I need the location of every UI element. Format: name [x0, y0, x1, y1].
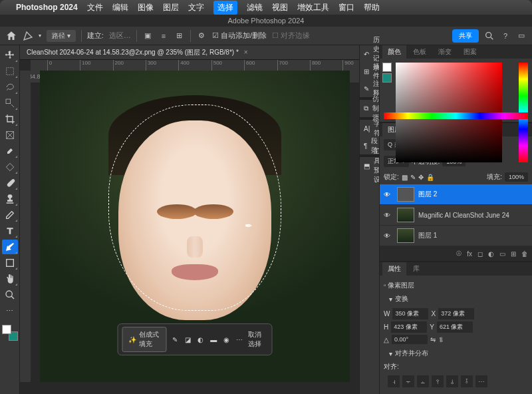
align-middle-icon[interactable]: ⫰ [446, 375, 458, 387]
healing-tool[interactable] [2, 160, 18, 174]
height-field[interactable]: 423 像素 [391, 321, 427, 333]
zoom-tool[interactable] [2, 288, 18, 302]
distribute-icon[interactable]: ⋯ [475, 375, 487, 387]
fill-icon[interactable]: ◉ [222, 333, 231, 345]
bg-color-swatch[interactable] [382, 73, 392, 83]
swatches-tab[interactable]: 色板 [408, 45, 432, 59]
arrange-icon[interactable]: ⊞ [174, 31, 185, 41]
menu-edit[interactable]: 编辑 [112, 2, 128, 13]
frame-tool[interactable] [2, 128, 18, 142]
align-section[interactable]: ▾ 对齐并分布 [384, 346, 528, 361]
layer-row[interactable]: 👁Magnific AI CleanShot June 24 [380, 205, 532, 226]
lock-position-icon[interactable]: ✥ [418, 174, 424, 181]
group-icon[interactable]: ▭ [499, 250, 505, 258]
horizontal-ruler[interactable]: 0100200300400500600700800900 [31, 60, 359, 71]
brush-tool[interactable] [2, 176, 18, 190]
marquee-tool[interactable] [2, 64, 18, 79]
transform-section[interactable]: ▾ 变换 [384, 292, 528, 306]
selection-marquee[interactable] [108, 104, 281, 311]
invert-icon[interactable]: ◐ [196, 333, 205, 345]
eyedropper-tool[interactable] [2, 144, 18, 158]
menu-layer[interactable]: 图层 [163, 2, 179, 13]
menu-window[interactable]: 窗口 [338, 2, 354, 13]
menu-file[interactable]: 文件 [87, 2, 103, 13]
align-icon[interactable]: ≡ [158, 31, 169, 41]
lock-transparent-icon[interactable]: ▩ [402, 174, 408, 181]
layer-thumbnail[interactable] [397, 208, 414, 222]
layer-row[interactable]: 👁图层 2 [380, 184, 532, 205]
libraries-tab[interactable]: 库 [408, 262, 425, 276]
visibility-icon[interactable]: 👁 [384, 191, 393, 198]
home-button[interactable] [5, 30, 17, 42]
layer-name[interactable]: Magnific AI CleanShot June 24 [418, 212, 509, 219]
eraser-tool[interactable] [2, 208, 18, 222]
layer-name[interactable]: 图层 1 [418, 231, 437, 240]
auto-add-checkbox[interactable]: ☑ 自动添加/删除 [212, 31, 267, 41]
visibility-icon[interactable]: 👁 [384, 232, 393, 240]
close-tab-icon[interactable]: × [244, 49, 248, 56]
stamp-tool[interactable] [2, 192, 18, 206]
x-field[interactable]: 372 像素 [438, 308, 474, 319]
help-icon[interactable]: ? [500, 31, 511, 41]
presets-panel-icon[interactable]: ⬒ 工具预设 [360, 157, 379, 174]
trash-icon[interactable]: 🗑 [521, 250, 528, 258]
color-swatches[interactable] [2, 325, 18, 341]
fx-icon[interactable]: fx [467, 250, 472, 258]
fill-value[interactable]: 100% [505, 172, 528, 182]
foreground-swatch[interactable] [2, 325, 11, 334]
color-tab[interactable]: 颜色 [382, 45, 406, 59]
align-right-icon[interactable]: ⫠ [417, 375, 429, 387]
menu-type[interactable]: 文字 [188, 2, 204, 13]
lock-all-icon[interactable]: 🔒 [426, 174, 434, 181]
patterns-tab[interactable]: 图案 [458, 45, 482, 59]
document-tab[interactable]: CleanShot 2024-06-24 at 14.58.23@2x.png … [20, 45, 359, 60]
visibility-icon[interactable]: 👁 [384, 212, 393, 219]
link-icon[interactable]: ⦾ [456, 250, 462, 258]
more-icon[interactable]: ⋯ [235, 333, 243, 345]
chevron-down-icon[interactable]: ▾ [39, 33, 41, 39]
app-name[interactable]: Photoshop 2024 [16, 3, 78, 12]
menu-help[interactable]: 帮助 [364, 2, 380, 13]
gradients-tab[interactable]: 渐变 [433, 45, 457, 59]
mask-icon[interactable]: ▬ [209, 333, 218, 345]
modify-icon[interactable]: ✎ [171, 333, 180, 345]
search-icon[interactable] [484, 31, 495, 41]
lock-pixels-icon[interactable]: ✎ [410, 174, 416, 181]
edit-toolbar[interactable]: ⋯ [2, 303, 18, 318]
align-center-h-icon[interactable]: ⫟ [402, 375, 414, 387]
layer-row[interactable]: 👁图层 1 [380, 226, 532, 246]
layer-name[interactable]: 图层 2 [418, 190, 437, 199]
fg-color-swatch[interactable] [382, 63, 392, 72]
move-tool[interactable] [2, 48, 18, 63]
menu-view[interactable]: 视图 [272, 2, 288, 13]
menu-image[interactable]: 图像 [138, 2, 154, 13]
layer-thumbnail[interactable] [397, 228, 414, 243]
hand-tool[interactable] [2, 272, 18, 286]
deselect-button[interactable]: 取消选择 [248, 330, 268, 349]
menu-plugins[interactable]: 增效工具 [297, 2, 329, 13]
share-button[interactable]: 共享 [452, 29, 479, 43]
type-tool[interactable] [2, 224, 18, 238]
combine-icon[interactable]: ▣ [142, 31, 153, 41]
new-layer-icon[interactable]: ⊞ [511, 250, 516, 258]
character-panel-icon[interactable]: A| 字符 [360, 120, 379, 137]
align-bottom-icon[interactable]: ⫱ [461, 375, 473, 387]
select-subject-icon[interactable]: ◪ [184, 333, 192, 345]
crop-tool[interactable] [2, 112, 18, 126]
y-field[interactable]: 621 像素 [437, 321, 473, 333]
flip-v-icon[interactable]: ⥮ [438, 336, 444, 343]
canvas[interactable]: ✒ ✨ 创成式填充 ✎ ◪ ◐ ▬ ◉ ⋯ 取消选择 [40, 71, 350, 382]
mask-icon[interactable]: ◻ [477, 250, 483, 258]
history-panel-icon[interactable]: ↶ 历史记录 [360, 45, 379, 63]
selection-tool[interactable] [2, 96, 18, 110]
layer-thumbnail[interactable] [397, 187, 414, 202]
gear-icon[interactable]: ⚙ [196, 31, 207, 41]
flip-h-icon[interactable]: ⇋ [430, 336, 436, 343]
width-field[interactable]: 350 像素 [392, 308, 428, 319]
pen-tool[interactable] [2, 240, 18, 254]
plugins-panel-icon[interactable]: ⊞ 插件 [360, 63, 379, 80]
clone-panel-icon[interactable]: ⧉ 仿制源 [360, 100, 379, 117]
angle-field[interactable]: 0.00° [392, 335, 428, 344]
menu-filter[interactable]: 滤镜 [247, 2, 263, 13]
align-top-icon[interactable]: ⫯ [432, 375, 444, 387]
